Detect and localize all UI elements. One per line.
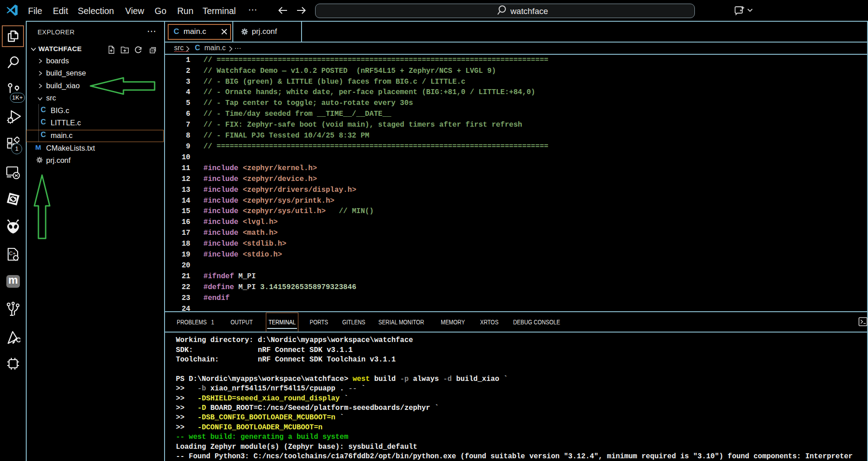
svg-text:C+: C+ [9,251,15,256]
